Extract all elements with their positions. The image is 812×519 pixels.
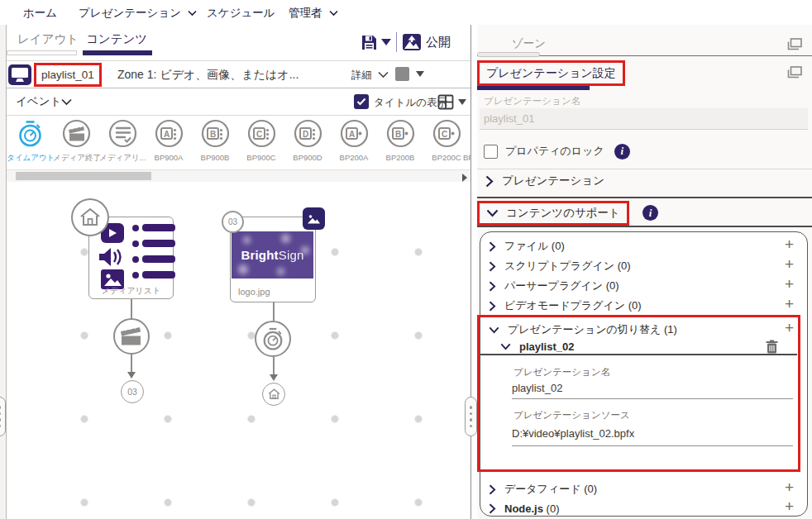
media-list-label: メディアリスト bbox=[89, 285, 173, 297]
svg-text:B: B bbox=[209, 130, 215, 139]
playlist-canvas[interactable]: メディアリスト 03 03 BrightSign logo.jpg bbox=[7, 182, 471, 519]
palette-item-bp200b[interactable]: B BP200B bbox=[377, 119, 423, 162]
support-row-parser-plugins[interactable]: パーサープラグイン (0) + bbox=[489, 277, 794, 295]
svg-text:A: A bbox=[348, 130, 354, 139]
palette-item-timeout[interactable]: タイムアウト bbox=[7, 119, 53, 164]
properties-panel: ゾーン プレゼンテーション設定 プレゼンテーション名 playlist_01 プ… bbox=[477, 25, 812, 519]
palette-item-media-list[interactable]: メディアリ... bbox=[99, 119, 146, 164]
list-line bbox=[132, 224, 175, 231]
scroll-right-arrow[interactable] bbox=[462, 174, 467, 182]
event-toolbar-row: イベント タイトルの表示 bbox=[7, 88, 471, 116]
add-icon[interactable]: + bbox=[785, 236, 794, 254]
show-title-checkbox[interactable] bbox=[354, 94, 369, 109]
details-toggle[interactable]: 詳細 bbox=[351, 69, 372, 83]
presentation-settings-header[interactable]: プレゼンテーション設定 bbox=[486, 66, 616, 81]
palette-item-bp900d[interactable]: D BP900D bbox=[284, 119, 331, 162]
presentation-accordion[interactable]: プレゼンテーション bbox=[485, 174, 604, 188]
chevron-right-icon bbox=[485, 175, 494, 188]
add-icon[interactable]: + bbox=[785, 255, 794, 274]
save-publish-toolbar: 公開 bbox=[361, 31, 451, 53]
layout-grid-icon[interactable] bbox=[437, 94, 454, 110]
event-dropdown[interactable]: イベント bbox=[16, 94, 61, 109]
palette-item-clipped[interactable]: D BP bbox=[463, 119, 471, 162]
button-panel-icon: C bbox=[432, 119, 461, 148]
logo-image-node[interactable]: BrightSign logo.jpg bbox=[230, 217, 316, 302]
lock-properties-checkbox[interactable] bbox=[484, 145, 498, 159]
support-row-files[interactable]: ファイル (0) + bbox=[489, 237, 794, 255]
order-badge: 03 bbox=[222, 211, 244, 233]
home-target-node[interactable] bbox=[262, 383, 285, 406]
add-icon[interactable]: + bbox=[785, 479, 794, 497]
svg-text:A: A bbox=[163, 130, 169, 139]
divider bbox=[477, 226, 812, 227]
presentation-name[interactable]: playlist_01 bbox=[41, 69, 94, 81]
chevron-down-icon[interactable] bbox=[378, 71, 389, 79]
button-panel-icon: A bbox=[155, 119, 184, 148]
grid-dropdown-caret[interactable] bbox=[458, 99, 466, 105]
panel-splitter-handle[interactable] bbox=[465, 397, 477, 436]
presentation-settings-highlight: プレゼンテーション設定 bbox=[477, 60, 625, 86]
top-menu-bar: ホーム プレゼンテーション スケジュール 管理者 bbox=[0, 0, 812, 25]
menu-home[interactable]: ホーム bbox=[23, 6, 57, 21]
menu-admin[interactable]: 管理者 bbox=[289, 6, 338, 21]
add-icon[interactable]: + bbox=[785, 498, 794, 516]
save-icon[interactable] bbox=[361, 34, 378, 51]
palette-item-bp900a[interactable]: A BP900A bbox=[146, 119, 192, 162]
tab-layout[interactable]: レイアウト bbox=[17, 31, 79, 47]
add-icon[interactable]: + bbox=[785, 295, 794, 313]
support-row-script-plugins[interactable]: スクリプトプラグイン (0) + bbox=[489, 257, 794, 275]
home-icon bbox=[79, 207, 101, 227]
button-panel-icon: B bbox=[386, 119, 415, 148]
show-title-label[interactable]: タイトルの表示 bbox=[374, 96, 447, 110]
presentation-name-highlight: playlist_01 bbox=[34, 63, 102, 87]
palette-item-bp200a[interactable]: A BP200A bbox=[331, 119, 377, 162]
info-icon[interactable]: i bbox=[642, 205, 658, 221]
content-support-header[interactable]: コンテンツのサポート bbox=[506, 206, 620, 221]
zone-scrollbar-thumb[interactable] bbox=[477, 52, 540, 57]
add-icon[interactable]: + bbox=[785, 275, 794, 293]
publish-icon[interactable] bbox=[402, 33, 422, 51]
home-icon bbox=[268, 388, 280, 400]
info-icon[interactable]: i bbox=[614, 144, 630, 160]
button-panel-icon: A bbox=[340, 119, 369, 148]
button-panel-icon: D bbox=[294, 119, 322, 148]
menu-schedule[interactable]: スケジュール bbox=[207, 6, 275, 21]
support-row-data-feeds[interactable]: データフィード (0) + bbox=[489, 480, 794, 498]
toolbar-divider bbox=[396, 32, 397, 52]
svg-text:D: D bbox=[302, 130, 308, 139]
lock-properties-label[interactable]: プロパティのロック bbox=[505, 144, 604, 159]
support-row-video-mode-plugins[interactable]: ビデオモードプラグイン (0) + bbox=[489, 297, 794, 315]
divider bbox=[477, 169, 812, 169]
svg-text:C: C bbox=[256, 130, 261, 139]
logo-filename: logo.jpg bbox=[238, 287, 270, 297]
image-icon bbox=[306, 212, 322, 226]
palette-item-bp900b[interactable]: B BP900B bbox=[192, 119, 238, 162]
scrollbar-thumb[interactable] bbox=[16, 172, 151, 180]
list-icon bbox=[108, 119, 137, 148]
support-row-nodejs[interactable]: Node.js (0) + bbox=[489, 499, 794, 517]
left-collapsed-rail bbox=[0, 25, 7, 519]
zone-color-swatch[interactable] bbox=[395, 67, 409, 81]
popout-window-icon[interactable] bbox=[787, 66, 802, 79]
transition-target-node[interactable]: 03 bbox=[121, 380, 144, 403]
swatch-dropdown-caret[interactable] bbox=[416, 71, 424, 77]
divider bbox=[477, 197, 812, 198]
palette-item-media-end[interactable]: メディア終了 bbox=[53, 119, 99, 164]
svg-text:C: C bbox=[441, 130, 447, 139]
chevron-down-icon[interactable] bbox=[61, 98, 72, 106]
palette-item-bp900c[interactable]: C BP900C bbox=[238, 119, 284, 162]
list-line bbox=[132, 255, 175, 263]
left-splitter-handle[interactable] bbox=[0, 397, 6, 436]
palette-scrollbar[interactable] bbox=[7, 169, 471, 182]
tab-contents[interactable]: コンテンツ bbox=[86, 31, 147, 47]
svg-text:B: B bbox=[394, 130, 400, 139]
zone-section-label: ゾーン bbox=[512, 36, 546, 51]
timeout-event-node[interactable] bbox=[255, 321, 291, 357]
popout-window-icon[interactable] bbox=[787, 38, 802, 50]
arrow-head bbox=[270, 374, 278, 381]
publish-button[interactable]: 公開 bbox=[426, 35, 451, 50]
menu-presentation[interactable]: プレゼンテーション bbox=[79, 6, 197, 21]
media-end-event-node[interactable] bbox=[113, 318, 150, 355]
list-line bbox=[132, 271, 175, 279]
save-dropdown-caret[interactable] bbox=[381, 39, 391, 45]
